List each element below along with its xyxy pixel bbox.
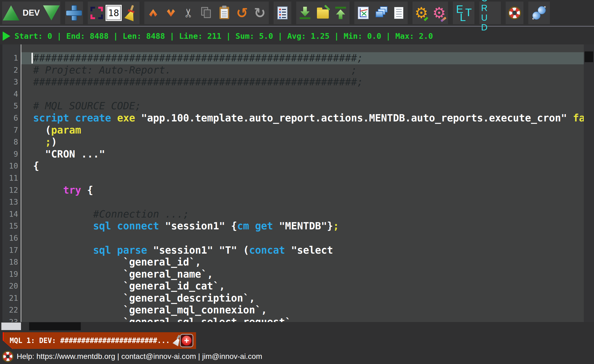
new-script-button[interactable] xyxy=(65,2,83,24)
view-group xyxy=(354,2,408,24)
code-editor: 1234567891011121314151617181920212223 ##… xyxy=(0,44,594,322)
selection-button[interactable] xyxy=(88,2,106,24)
environment-group: DEV xyxy=(2,2,60,24)
export-button[interactable] xyxy=(332,2,350,24)
windows-button[interactable] xyxy=(372,2,390,24)
line-number: 5 xyxy=(0,100,21,112)
line-number: 17 xyxy=(0,244,21,257)
crud-icon: C RU D xyxy=(480,3,501,23)
broom-icon xyxy=(124,5,137,21)
move-down-button[interactable] xyxy=(162,2,180,24)
code-line-11[interactable] xyxy=(21,172,584,184)
selection-status-bar: Start: 0 | End: 8488 | Len: 8488 | Line:… xyxy=(0,27,594,44)
life-buoy-icon xyxy=(509,8,520,18)
chart-button[interactable] xyxy=(354,2,372,24)
import-button[interactable] xyxy=(296,2,314,24)
code-line-15[interactable]: sql connect "session1" {cm get "MENTDB"}… xyxy=(21,220,584,232)
crud-button[interactable]: C RU D xyxy=(479,2,501,24)
connection-button[interactable] xyxy=(528,2,550,24)
elt-button[interactable]: ELT xyxy=(453,2,474,24)
text-cursor xyxy=(32,53,33,64)
config-edit-button[interactable]: ⚙ xyxy=(430,2,448,24)
download-arrow-icon xyxy=(300,7,310,19)
line-number: 21 xyxy=(0,292,21,304)
vertical-scrollbar[interactable] xyxy=(584,44,594,322)
selection-stats: Start: 0 | End: 8488 | Len: 8488 | Line:… xyxy=(15,32,433,41)
document-button[interactable] xyxy=(390,2,408,24)
redo-button[interactable]: ↻ xyxy=(251,2,269,24)
tab-mql-1[interactable]: MQL 1: DEV: #######################... + xyxy=(3,332,196,349)
horizontal-scrollbar-thumb[interactable] xyxy=(29,322,81,330)
code-line-13[interactable] xyxy=(21,196,584,208)
undo-icon: ↺ xyxy=(236,6,248,20)
paste-button[interactable] xyxy=(215,2,233,24)
vertical-scrollbar-thumb[interactable] xyxy=(585,51,593,62)
help-button[interactable] xyxy=(506,2,523,24)
env-down-button[interactable] xyxy=(43,2,60,24)
line-number: 18 xyxy=(0,256,21,268)
code-line-3[interactable]: ########################################… xyxy=(21,76,584,88)
selection-icon xyxy=(90,7,103,19)
move-up-button[interactable] xyxy=(144,2,162,24)
font-size-input[interactable]: 18 xyxy=(106,5,122,21)
code-line-22[interactable]: `general_mql_connexion`, xyxy=(21,304,584,316)
horizontal-scrollbar[interactable] xyxy=(0,322,594,331)
code-line-16[interactable] xyxy=(21,232,584,244)
code-line-8[interactable]: ;) xyxy=(21,136,584,148)
line-number: 13 xyxy=(0,196,21,208)
edit-group: ✂ ↺ ↻ xyxy=(144,2,269,24)
line-number: 20 xyxy=(0,280,21,292)
line-number: 15 xyxy=(0,220,21,232)
life-buoy-icon xyxy=(3,352,12,361)
code-line-21[interactable]: `general_description`, xyxy=(21,292,584,304)
line-number: 19 xyxy=(0,268,21,281)
play-icon xyxy=(3,32,10,41)
code-line-1[interactable]: ########################################… xyxy=(21,52,584,64)
config-check-button[interactable]: ⚙ xyxy=(413,2,430,24)
scissors-icon: ✂ xyxy=(183,8,195,18)
folder-icon xyxy=(317,9,329,19)
undo-button[interactable]: ↺ xyxy=(233,2,251,24)
triangle-up-icon xyxy=(3,5,19,20)
add-tab-button[interactable]: + xyxy=(180,334,193,347)
line-number-gutter: 1234567891011121314151617181920212223 xyxy=(0,44,21,322)
tab-label: MQL 1: DEV: #######################... xyxy=(10,337,170,345)
redo-icon: ↻ xyxy=(254,6,266,20)
tab-bar: MQL 1: DEV: #######################... + xyxy=(0,332,594,349)
format-group: 18 xyxy=(88,2,139,24)
code-line-6[interactable]: script create exe "app.100.template.auto… xyxy=(21,112,584,124)
code-line-20[interactable]: `general_id_cat`, xyxy=(21,280,584,292)
line-number: 8 xyxy=(0,136,21,148)
environment-label: DEV xyxy=(20,8,43,18)
line-number: 7 xyxy=(0,124,21,136)
code-line-2[interactable]: # Project: Auto-Report. ; xyxy=(21,64,584,76)
line-number: 2 xyxy=(0,64,21,76)
code-line-17[interactable]: sql parse "session1" "T" (concat "select xyxy=(21,244,584,257)
help-text: Help: https://www.mentdb.org | contact@i… xyxy=(17,352,262,361)
cut-button[interactable]: ✂ xyxy=(180,2,198,24)
clean-button[interactable] xyxy=(122,2,139,24)
code-line-14[interactable]: #Connection ...; xyxy=(21,208,584,220)
line-number: 3 xyxy=(0,76,21,88)
help-bar: Help: https://www.mentdb.org | contact@i… xyxy=(0,349,594,364)
elt-icon: ELT xyxy=(454,3,473,23)
open-folder-button[interactable] xyxy=(314,2,332,24)
code-line-19[interactable]: `general_name`, xyxy=(21,268,584,281)
tab-brush-icon[interactable] xyxy=(173,335,177,346)
code-area[interactable]: ########################################… xyxy=(21,44,584,322)
code-line-23[interactable]: `general_sql_select_request` xyxy=(21,316,584,322)
copy-button[interactable] xyxy=(198,2,215,24)
code-line-10[interactable]: { xyxy=(21,160,584,172)
properties-button[interactable] xyxy=(274,2,291,24)
code-line-5[interactable]: # MQL SOURCE CODE; xyxy=(21,100,584,112)
code-line-12[interactable]: try { xyxy=(21,184,584,197)
code-line-7[interactable]: (param xyxy=(21,124,584,136)
code-line-4[interactable] xyxy=(21,88,584,100)
plus-icon: + xyxy=(182,336,191,345)
code-line-9[interactable]: "CRON ..." xyxy=(21,148,584,160)
line-number: 16 xyxy=(0,232,21,244)
code-line-18[interactable]: `general_id`, xyxy=(21,256,584,268)
plus-icon xyxy=(66,5,82,21)
line-number: 10 xyxy=(0,160,21,172)
env-up-button[interactable] xyxy=(2,2,20,24)
